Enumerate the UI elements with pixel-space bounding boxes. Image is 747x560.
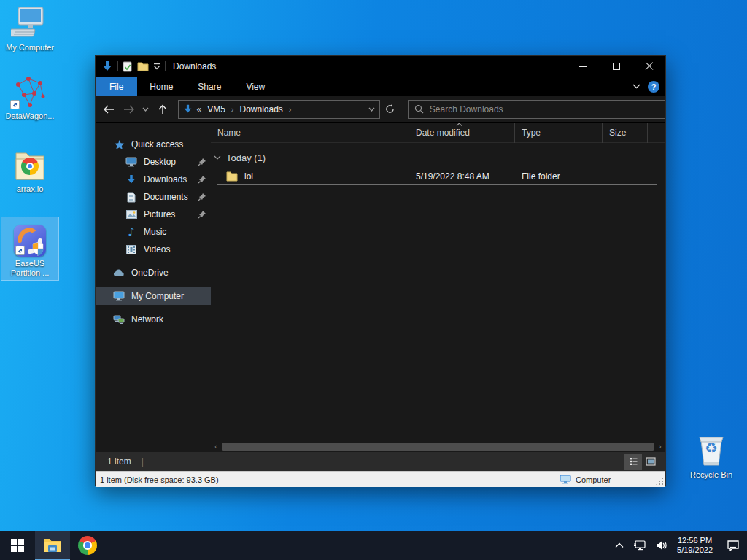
- clock-date: 5/19/2022: [677, 545, 713, 555]
- shortcut-arrow-icon: [10, 100, 20, 109]
- file-explorer-icon: [43, 537, 62, 553]
- column-header-size[interactable]: Size: [603, 122, 648, 143]
- sidebar-item-quick-access[interactable]: Quick access: [96, 136, 211, 153]
- scroll-left-icon[interactable]: ‹: [211, 443, 221, 451]
- pin-icon: [198, 192, 206, 201]
- column-header-type[interactable]: Type: [515, 122, 603, 143]
- refresh-button[interactable]: [380, 100, 400, 119]
- column-headers: Name Date modified Type Size: [211, 122, 665, 143]
- horizontal-scrollbar[interactable]: ‹ ›: [211, 440, 665, 452]
- maximize-button[interactable]: [600, 56, 632, 77]
- file-list-pane[interactable]: Name Date modified Type Size: [211, 122, 665, 440]
- tab-label: Share: [198, 82, 221, 92]
- group-collapse-icon[interactable]: [214, 155, 221, 160]
- breadcrumb-downloads[interactable]: Downloads: [237, 104, 285, 114]
- group-header-today[interactable]: Today (1): [214, 149, 658, 166]
- new-folder-icon[interactable]: [137, 61, 149, 71]
- clock-time: 12:56 PM: [677, 536, 713, 545]
- crumb-separator-icon[interactable]: ›: [289, 105, 292, 114]
- sidebar-item-network[interactable]: Network: [96, 311, 211, 328]
- file-name: lol: [244, 171, 253, 182]
- ribbon-tabs: File Home Share View ?: [96, 77, 665, 96]
- sidebar-item-label: My Computer: [131, 291, 184, 301]
- back-button[interactable]: [98, 99, 119, 120]
- address-dropdown-icon[interactable]: [368, 107, 375, 112]
- scrollbar-thumb[interactable]: [222, 443, 654, 451]
- title-bar[interactable]: Downloads: [96, 56, 665, 77]
- sidebar-item-documents[interactable]: Documents: [96, 188, 211, 206]
- start-button[interactable]: [0, 531, 35, 560]
- forward-button[interactable]: [119, 99, 139, 120]
- computer-zone-label: Computer: [576, 475, 611, 484]
- sidebar-item-my-computer[interactable]: My Computer: [96, 287, 211, 305]
- search-icon: [414, 104, 424, 114]
- computer-icon: [113, 290, 125, 302]
- crumb-separator-icon[interactable]: ›: [231, 105, 234, 114]
- tray-chevron-up-icon[interactable]: [615, 542, 624, 548]
- sidebar-item-label: OneDrive: [131, 268, 169, 278]
- sidebar-item-onedrive[interactable]: OneDrive: [96, 264, 211, 281]
- qat-customize-icon[interactable]: [153, 63, 160, 70]
- file-row-lol[interactable]: lol 5/19/2022 8:48 AM File folder: [217, 168, 657, 185]
- sidebar-item-downloads[interactable]: Downloads: [96, 171, 211, 188]
- column-header-name[interactable]: Name: [211, 122, 409, 143]
- taskbar-file-explorer-button[interactable]: [35, 531, 70, 560]
- tab-share[interactable]: Share: [185, 77, 233, 96]
- desktop-icon-my-computer[interactable]: My Computer: [1, 4, 58, 52]
- details-view-button[interactable]: [624, 454, 642, 470]
- search-input[interactable]: [430, 104, 659, 114]
- up-button[interactable]: [152, 99, 173, 120]
- tray-volume-icon[interactable]: [656, 540, 667, 551]
- sidebar-item-videos[interactable]: Videos: [96, 241, 211, 258]
- ribbon-collapse-icon[interactable]: [632, 84, 640, 89]
- minimize-button[interactable]: [567, 56, 600, 77]
- qat-separator: [117, 61, 118, 71]
- tab-label: Home: [150, 82, 173, 92]
- qat-separator: [165, 61, 166, 71]
- network-icon: [113, 314, 125, 325]
- close-button[interactable]: [632, 56, 665, 77]
- tab-view[interactable]: View: [233, 77, 277, 96]
- navigation-pane: Quick access Desktop Downloads: [96, 122, 211, 440]
- desktop[interactable]: My Computer DataWagon...: [0, 0, 747, 560]
- desktop-icon-arrax[interactable]: arrax.io: [1, 146, 58, 194]
- tab-home[interactable]: Home: [137, 77, 185, 96]
- shortcut-arrow-icon: [15, 246, 25, 255]
- file-date-modified: 5/19/2022 8:48 AM: [416, 171, 489, 182]
- tab-file[interactable]: File: [96, 77, 137, 96]
- properties-icon[interactable]: [123, 61, 133, 72]
- recent-locations-icon[interactable]: [139, 99, 152, 120]
- onedrive-cloud-icon: [113, 267, 125, 279]
- column-header-date-modified[interactable]: Date modified: [409, 122, 515, 143]
- taskbar-chrome-button[interactable]: [70, 531, 105, 560]
- sidebar-item-label: Downloads: [144, 174, 187, 184]
- quick-access-star-icon: [113, 139, 125, 150]
- sidebar-item-label: Quick access: [131, 139, 183, 149]
- taskbar-clock[interactable]: 12:56 PM 5/19/2022: [677, 536, 713, 555]
- search-box[interactable]: [408, 100, 665, 119]
- breadcrumb-vm5[interactable]: VM5: [205, 104, 228, 114]
- desktop-icon-recycle-bin[interactable]: ♻ Recycle Bin: [683, 432, 740, 480]
- desktop-icon-label: DataWagon...: [1, 112, 58, 121]
- action-center-icon[interactable]: [727, 540, 740, 551]
- desktop-icon-datawagon[interactable]: DataWagon...: [1, 73, 58, 121]
- windows-logo-icon: [11, 539, 24, 552]
- sidebar-item-pictures[interactable]: Pictures: [96, 206, 211, 223]
- videos-icon: [125, 244, 137, 255]
- collapsed-crumbs-icon[interactable]: «: [196, 104, 201, 114]
- maximize-icon: [613, 63, 620, 70]
- scroll-right-icon[interactable]: ›: [655, 443, 665, 451]
- address-bar[interactable]: « VM5 › Downloads ›: [178, 100, 380, 119]
- computer-zone-icon: [560, 475, 571, 484]
- desktop-icon-easeus[interactable]: EaseUS Partition ...: [1, 217, 58, 280]
- help-button[interactable]: ?: [648, 81, 659, 93]
- resize-grip[interactable]: [655, 477, 664, 486]
- help-label: ?: [651, 82, 657, 91]
- my-computer-icon: [1, 4, 58, 41]
- tray-network-icon[interactable]: [633, 540, 646, 551]
- desktop-icon: [125, 156, 137, 168]
- sidebar-item-music[interactable]: ♪ Music: [96, 223, 211, 241]
- sidebar-item-desktop[interactable]: Desktop: [96, 153, 211, 171]
- large-icons-view-button[interactable]: [642, 454, 659, 470]
- sidebar-item-label: Network: [131, 314, 163, 324]
